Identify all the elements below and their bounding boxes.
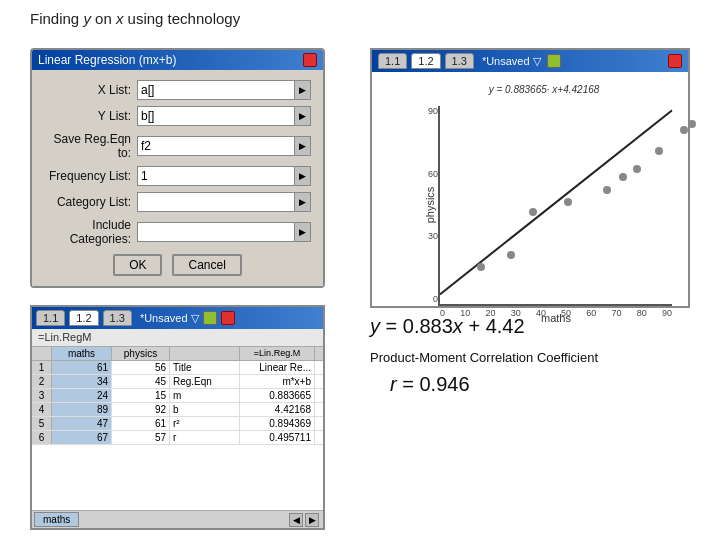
ylist-input-wrap: ▶ [137, 106, 311, 126]
cell-physics[interactable]: 56 [112, 361, 170, 374]
row-num: 4 [32, 403, 52, 416]
table-row: 5 47 61 r² 0.894369 [32, 417, 323, 431]
catlist-label: Category List: [44, 195, 131, 209]
scatter-point [633, 165, 641, 173]
xlist-input-wrap: ▶ [137, 80, 311, 100]
scatter-point [619, 173, 627, 181]
sp-minimize-button[interactable] [203, 311, 217, 325]
savereg-row: Save Reg.Eqn to: ▶ [44, 132, 311, 160]
nav-left-button[interactable]: ◀ [289, 513, 303, 527]
cell-maths[interactable]: 34 [52, 375, 112, 388]
sp-tab-1-3[interactable]: 1.3 [103, 310, 132, 326]
cell-physics[interactable]: 61 [112, 417, 170, 430]
spreadsheet-titlebar: 1.1 1.2 1.3 *Unsaved ▽ [32, 307, 323, 329]
formula-bar-text: =Lin.RegM [38, 331, 92, 343]
savereg-arrow[interactable]: ▶ [295, 136, 311, 156]
cell-physics[interactable]: 57 [112, 431, 170, 444]
scatter-point [477, 263, 485, 271]
cell-maths[interactable]: 67 [52, 431, 112, 444]
col-header-title[interactable] [170, 347, 240, 360]
col-header-physics[interactable]: physics [112, 347, 170, 360]
ylist-input[interactable] [137, 106, 295, 126]
sp-close-button[interactable] [221, 311, 235, 325]
sp-tab-1-2[interactable]: 1.2 [69, 310, 98, 326]
table-row: 6 67 57 r 0.495711 [32, 431, 323, 445]
dialog-title: Linear Regression (mx+b) [38, 53, 176, 67]
freqlist-row: Frequency List: ▶ [44, 166, 311, 186]
page-title: Finding y on x using technology [30, 10, 240, 27]
catlist-arrow[interactable]: ▶ [295, 192, 311, 212]
graph-close-button[interactable] [668, 54, 682, 68]
tab-1-2[interactable]: 1.2 [411, 53, 440, 69]
cell-linreg[interactable]: 0.883665 [240, 389, 315, 402]
cell-title[interactable]: Reg.Eqn [170, 375, 240, 388]
xlist-arrow[interactable]: ▶ [295, 80, 311, 100]
cell-maths[interactable]: 89 [52, 403, 112, 416]
cell-title[interactable]: b [170, 403, 240, 416]
dialog-body: X List: ▶ Y List: ▶ Save Reg.Eqn to: ▶ F… [32, 70, 323, 286]
cell-linreg[interactable]: 0.894369 [240, 417, 315, 430]
table-row: 4 89 92 b 4.42168 [32, 403, 323, 417]
y-axis-ticks: 0 30 60 90 [428, 106, 438, 304]
cell-maths[interactable]: 47 [52, 417, 112, 430]
svg-line-0 [440, 110, 672, 294]
cell-linreg[interactable]: 0.495711 [240, 431, 315, 444]
graph-minimize-button[interactable] [547, 54, 561, 68]
cell-maths[interactable]: 61 [52, 361, 112, 374]
ok-button[interactable]: OK [113, 254, 162, 276]
spreadsheet-panel: 1.1 1.2 1.3 *Unsaved ▽ =Lin.RegM maths p… [30, 305, 325, 530]
footer-tab-maths[interactable]: maths [34, 512, 79, 527]
row-num: 6 [32, 431, 52, 444]
freqlist-label: Frequency List: [44, 169, 131, 183]
pmc-title: Product-Moment Correlation Coefficient [370, 350, 690, 365]
row-num: 1 [32, 361, 52, 374]
freqlist-arrow[interactable]: ▶ [295, 166, 311, 186]
savereg-input-wrap: ▶ [137, 136, 311, 156]
cancel-button[interactable]: Cancel [172, 254, 241, 276]
regression-equation: y = 0.883x + 4.42 [370, 315, 690, 338]
cell-title[interactable]: r² [170, 417, 240, 430]
savereg-label: Save Reg.Eqn to: [44, 132, 131, 160]
cell-title[interactable]: m [170, 389, 240, 402]
freqlist-input[interactable] [137, 166, 295, 186]
cell-linreg[interactable]: m*x+b [240, 375, 315, 388]
catlist-input[interactable] [137, 192, 295, 212]
table-row: 3 24 15 m 0.883665 [32, 389, 323, 403]
graph-area: physics maths 0 30 [438, 106, 672, 306]
dialog-close-button[interactable] [303, 53, 317, 67]
nav-right-button[interactable]: ▶ [305, 513, 319, 527]
scatter-point [564, 198, 572, 206]
includecat-row: Include Categories: ▶ [44, 218, 311, 246]
ylist-arrow[interactable]: ▶ [295, 106, 311, 126]
cell-physics[interactable]: 92 [112, 403, 170, 416]
savereg-input[interactable] [137, 136, 295, 156]
sp-tab-1-1[interactable]: 1.1 [36, 310, 65, 326]
tab-1-3[interactable]: 1.3 [445, 53, 474, 69]
xlist-row: X List: ▶ [44, 80, 311, 100]
cell-physics[interactable]: 15 [112, 389, 170, 402]
scatter-point [529, 208, 537, 216]
tab-1-1[interactable]: 1.1 [378, 53, 407, 69]
xlist-input[interactable] [137, 80, 295, 100]
cell-title[interactable]: Title [170, 361, 240, 374]
row-num: 5 [32, 417, 52, 430]
row-num: 3 [32, 389, 52, 402]
correlation-coefficient: r = 0.946 [390, 373, 690, 396]
cell-linreg[interactable]: 4.42168 [240, 403, 315, 416]
nav-arrows: ◀ ▶ [289, 513, 319, 527]
includecat-input[interactable] [137, 222, 295, 242]
sp-unsaved-label: *Unsaved ▽ [140, 312, 199, 325]
graph-panel: 1.1 1.2 1.3 *Unsaved ▽ y = 0.883665· x+4… [370, 48, 690, 308]
cell-linreg[interactable]: Linear Re... [240, 361, 315, 374]
col-header-linreg[interactable]: =Lin.Reg.M [240, 347, 315, 360]
includecat-arrow[interactable]: ▶ [295, 222, 311, 242]
unsaved-label: *Unsaved ▽ [482, 55, 541, 68]
col-header-maths[interactable]: maths [52, 347, 112, 360]
cell-physics[interactable]: 45 [112, 375, 170, 388]
col-headers: maths physics =Lin.Reg.M [32, 347, 323, 361]
cell-title[interactable]: r [170, 431, 240, 444]
row-header-spacer [32, 347, 52, 360]
cell-maths[interactable]: 24 [52, 389, 112, 402]
spreadsheet-footer: maths ◀ ▶ [32, 510, 323, 528]
ylist-label: Y List: [44, 109, 131, 123]
